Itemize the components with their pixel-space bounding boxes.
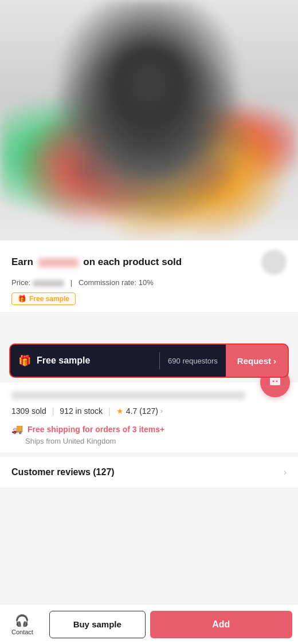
requestors-count: 690 requestors xyxy=(160,357,226,365)
in-stock-count: 912 in stock xyxy=(60,406,103,416)
stats-section: 1309 sold | 912 in stock | ★ 4.7 (127) ›… xyxy=(0,382,298,452)
price-value-blurred xyxy=(33,280,64,287)
free-sample-highlighted-row[interactable]: 🎁 Free sample 690 requestors Request › xyxy=(9,343,289,378)
price-label: Price: xyxy=(11,278,30,287)
shipping-row: 🚚 Free shipping for orders of 3 items+ xyxy=(11,424,287,434)
arrow-container xyxy=(0,313,298,343)
add-button[interactable]: Add xyxy=(150,611,292,638)
free-shipping-text: Free shipping for orders of 3 items+ xyxy=(28,425,164,434)
ships-from-text: Ships from United Kingdom xyxy=(25,437,287,445)
reviews-section[interactable]: Customer reviews (127) › xyxy=(0,457,298,488)
earn-text: Earn on each product sold xyxy=(11,256,256,268)
info-card: Earn on each product sold Price: | Commi… xyxy=(0,240,298,313)
svg-point-4 xyxy=(276,381,278,382)
rating-value: 4.7 xyxy=(126,406,137,416)
shipping-icon: 🚚 xyxy=(11,424,23,434)
svg-point-3 xyxy=(273,381,275,382)
request-button[interactable]: Request › xyxy=(226,345,288,377)
request-btn-label: Request xyxy=(237,356,271,366)
earn-suffix: on each product sold xyxy=(83,256,182,267)
commission-label: Commission rate: 10% xyxy=(79,278,154,287)
star-icon: ★ xyxy=(116,406,124,416)
reviews-chevron-icon: › xyxy=(284,467,287,477)
earn-row: Earn on each product sold xyxy=(11,250,287,275)
add-button-label: Add xyxy=(212,619,230,629)
seller-avatar xyxy=(261,250,287,275)
stats-separator-1: | xyxy=(52,406,54,416)
free-sample-main: 🎁 Free sample xyxy=(10,345,159,376)
gift-icon: 🎁 xyxy=(18,354,31,367)
reviews-title: Customer reviews (127) xyxy=(11,467,115,477)
chevron-right-icon: › xyxy=(273,356,276,366)
contact-label: Contact xyxy=(11,629,33,635)
star-rating[interactable]: ★ 4.7 (127) › xyxy=(116,406,163,416)
blurred-detail-bar xyxy=(11,392,245,400)
stats-row: 1309 sold | 912 in stock | ★ 4.7 (127) › xyxy=(11,406,287,416)
gift-badge-icon: 🎁 xyxy=(18,295,26,303)
headset-icon: 🎧 xyxy=(15,614,29,627)
free-sample-row-label: Free sample xyxy=(37,355,90,366)
buy-sample-label: Buy sample xyxy=(73,619,121,629)
earn-amount-blurred xyxy=(38,258,79,267)
product-image xyxy=(0,0,298,240)
free-sample-badge-text: Free sample xyxy=(29,295,69,303)
earn-prefix: Earn xyxy=(11,256,33,267)
bottom-bar: 🎧 Contact Buy sample Add xyxy=(0,604,298,644)
rating-chevron-icon: › xyxy=(160,407,163,415)
sold-count: 1309 sold xyxy=(11,406,46,416)
free-sample-badge[interactable]: 🎁 Free sample xyxy=(11,293,76,305)
price-row: Price: | Commission rate: 10% xyxy=(11,278,287,287)
contact-button[interactable]: 🎧 Contact xyxy=(0,614,45,635)
stats-shipping-section: 1309 sold | 912 in stock | ★ 4.7 (127) ›… xyxy=(0,382,298,452)
buy-sample-button[interactable]: Buy sample xyxy=(49,611,146,638)
stats-separator-2: | xyxy=(108,406,111,416)
svg-rect-2 xyxy=(270,377,280,385)
rating-count: (127) xyxy=(139,406,158,416)
